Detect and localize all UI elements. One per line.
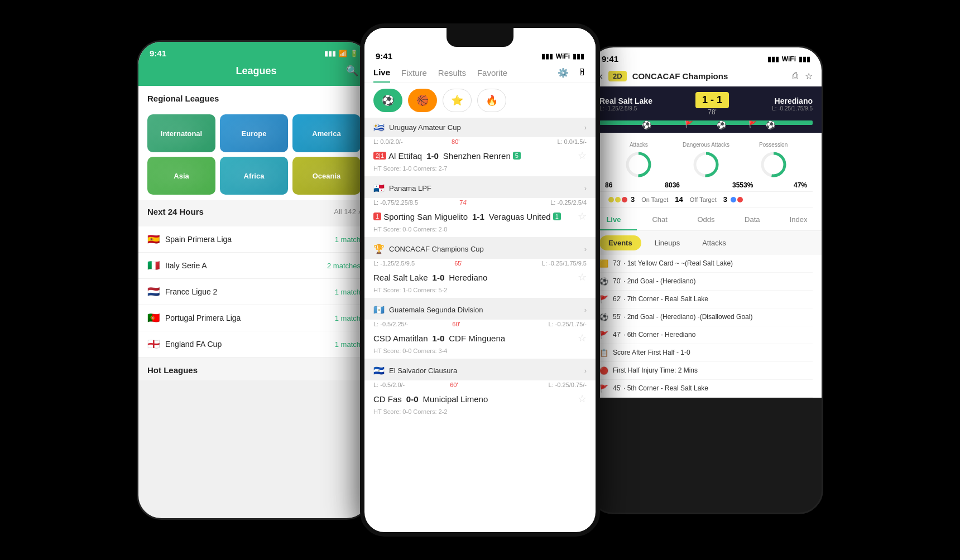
nav-results[interactable]: Results [438,68,466,82]
tab-index[interactable]: Index [775,210,822,230]
filter-favorite[interactable]: ⭐ [443,89,472,112]
odds1: L: -1.25/2.5/9.5 [599,105,652,112]
adjust-icon[interactable]: 🎚 [578,67,587,78]
signal-icon: ▮▮▮ [767,55,779,63]
tab-odds[interactable]: Odds [683,210,729,230]
event-text: 73' · 1st Yellow Card ~ ~(Real Salt Lake… [613,259,733,267]
notch [447,28,513,47]
corner-icon: 🚩 [599,295,609,303]
event-item: 🚩 47' · 6th Corner - Herediano [599,326,813,344]
next24-link[interactable]: All 142 › [334,207,361,216]
center-time: 9:41 [376,51,392,61]
grid-africa[interactable]: Africa [220,157,288,195]
right-header-icons: ⎙ ☆ [793,71,813,81]
next24-header: Next 24 Hours All 142 › [147,207,361,216]
league-england: England FA Cup [165,340,335,349]
list-item[interactable]: 🇪🇸 Spain Primera Liga 1 match [138,226,369,253]
score-row-panama[interactable]: 1 Sporting San Miguelito 1-1 Veraguas Un… [364,207,596,225]
team1-elsalvador: CD Fas [373,394,402,404]
event-item: 🚩 45' · 5th Corner - Real Salt Lake [599,380,813,398]
flag-guatemala: 🇬🇹 [373,305,385,315]
list-item[interactable]: 🇵🇹 Portugal Primera Liga 1 match [138,305,369,331]
battery-icon: ▮▮▮ [573,52,584,60]
grid-asia[interactable]: Asia [147,157,215,195]
tab-chat[interactable]: Chat [637,210,683,230]
filter-soccer[interactable]: ⚽ [373,89,402,112]
section-header-guatemala[interactable]: 🇬🇹 Guatemala Segunda Division › [364,300,596,320]
ht-guatemala: HT Score: 0-0 Corners: 3-4 [364,346,596,359]
grid-america[interactable]: America [292,114,361,152]
filter-hot[interactable]: 🔥 [477,89,506,112]
battery-icon: 🔋 [350,50,358,57]
chevron-icon: › [584,366,587,375]
team1-panama: Sporting San Miguelito [383,212,468,221]
match-score: 1 - 1 [695,92,729,108]
count-spain: 1 match [335,235,361,244]
wifi-icon: WiFi [782,55,796,63]
star-elsalvador[interactable]: ☆ [578,393,587,405]
flag-panama: 🇵🇦 [373,183,385,194]
star-uruguay[interactable]: ☆ [578,149,587,162]
search-icon[interactable]: 🔍 [346,65,358,77]
grid-international[interactable]: Internatonal [147,114,215,152]
battery-icon: ▮▮▮ [799,55,810,63]
score-row-guatemala[interactable]: CSD Amatitlan 1-0 CDF Minguena ☆ [364,329,596,346]
nav-fixture[interactable]: Fixture [401,68,427,82]
share-icon[interactable]: ⎙ [793,71,798,81]
attacks-left: 86 [605,181,612,189]
right-target-dots [731,197,743,202]
score-row-concacaf[interactable]: Real Salt Lake 1-0 Herediano ☆ [364,268,596,286]
star-icon[interactable]: ☆ [805,71,813,81]
odds2: L: -0.25/1.75/9.5 [772,105,813,112]
grid-europe[interactable]: Europe [220,114,288,152]
time-elsalvador: 60' [450,382,458,388]
nav-icons: ⚙️ 🎚 [558,67,587,83]
star-panama[interactable]: ☆ [578,210,587,223]
subtab-lineups[interactable]: Lineups [646,235,689,250]
odds-right-elsalvador: L: -0.25/0.75/- [548,382,587,388]
grid-oceania[interactable]: Oceania [292,157,361,195]
event-text: 47' · 6th Corner - Herediano [613,331,695,339]
score-row-uruguay[interactable]: 2|1 Al Ettifaq 1-0 Shenzhen Renren 5 ☆ [364,146,596,164]
score-row-elsalvador[interactable]: CD Fas 0-0 Municipal Limeno ☆ [364,389,596,407]
section-header-panama[interactable]: 🇵🇦 Panama LPF › [364,178,596,198]
star-guatemala[interactable]: ☆ [578,332,587,344]
time-panama: 74' [459,199,467,206]
list-item[interactable]: 🇮🇹 Italy Serie A 2 matches [138,253,369,279]
score-panama: 1-1 [472,212,484,221]
corner-icon: 🚩 [599,331,609,339]
score-uruguay: 1-0 [426,151,439,161]
star-concacaf[interactable]: ☆ [578,271,587,283]
odds-left-elsalvador: L: -0.5/2.0/- [373,382,405,388]
section-header-elsalvador[interactable]: 🇸🇻 El Salvador Clausura › [364,361,596,380]
center-status-icons: ▮▮▮ WiFi ▮▮▮ [541,52,584,60]
match-list: 🇪🇸 Spain Primera Liga 1 match 🇮🇹 Italy S… [138,226,369,358]
left-target-dots [608,197,627,202]
section-header-uruguay[interactable]: 🇺🇾 Uruguay Amateur Cup › [364,118,596,137]
center-phone: 9:41 ▮▮▮ WiFi ▮▮▮ Live Fixture Results F… [360,23,600,537]
dangerous-left: 36 [673,181,680,189]
chevron-icon: › [584,123,587,132]
scoreboard-team1: Real Salt Lake L: -1.25/2.5/9.5 [599,96,652,112]
scoreboard-teams: Real Salt Lake L: -1.25/2.5/9.5 1 - 1 78… [599,92,813,116]
event-text: 62' · 7th Corner - Real Salt Lake [613,295,708,303]
filter-icon[interactable]: ⚙️ [558,67,569,78]
filter-basketball[interactable]: 🏀 [408,89,437,112]
tab-data[interactable]: Data [729,210,775,230]
subtab-attacks[interactable]: Attacks [693,235,735,250]
list-item[interactable]: 🇳🇱 France Ligue 2 1 match [138,279,369,305]
badge1-panama: 1 [373,213,381,220]
score-block: 1 - 1 78' [695,92,729,116]
odds-row-panama: L: -0.75/2.25/8.5 74' L: -0.25/2.5/4 [364,198,596,207]
left-body: Regional Leagues Internatonal Europe Ame… [138,86,369,380]
nav-live[interactable]: Live [373,67,390,83]
league-spain: Spain Primera Liga [165,235,335,244]
section-header-concacaf[interactable]: 🏆 CONCACAF Champions Cup › [364,239,596,259]
event-text: Score After First Half - 1-0 [613,349,690,356]
list-item[interactable]: 🏴󠁧󠁢󠁥󠁮󠁧󠁿 England FA Cup 1 match [138,331,369,358]
left-time: 9:41 [150,49,166,58]
score-guatemala: 1-0 [433,334,445,343]
subtab-events[interactable]: Events [599,235,641,250]
event-text: 70' · 2nd Goal - (Herediano) [613,277,695,285]
nav-favorite[interactable]: Favorite [477,68,507,82]
